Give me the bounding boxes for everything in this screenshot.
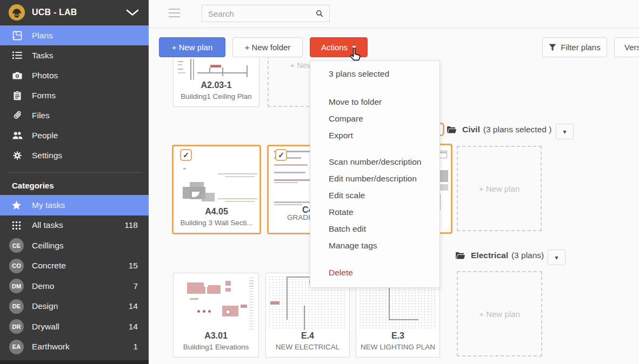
project-title: UCB - LAB <box>32 8 126 17</box>
category-count: 14 <box>129 301 149 311</box>
category-label: Design <box>32 301 58 311</box>
category-concrete[interactable]: CO Concrete 15 <box>0 256 149 277</box>
plan-description: Building 3 Wall Secti... <box>174 217 259 233</box>
plan-description: Building1 Ceiling Plan <box>174 91 259 106</box>
project-logo <box>9 4 25 21</box>
sidebar-item-label: Plans <box>32 31 53 41</box>
category-demo[interactable]: DM Demo 7 <box>0 276 149 296</box>
category-label: My tasks <box>32 200 65 210</box>
category-initials-badge: DR <box>9 319 24 334</box>
sidebar-item-files[interactable]: Files <box>0 105 149 125</box>
sidebar-item-tasks[interactable]: Tasks <box>0 45 149 65</box>
toolbar: + New plan + New folder Actions Filter p… <box>149 28 639 57</box>
check-icon: ✓ <box>278 151 284 159</box>
sidebar-item-label: Files <box>32 111 50 120</box>
paperclip-icon <box>11 111 23 120</box>
search-box[interactable] <box>202 5 330 22</box>
caret-down-icon <box>352 46 356 49</box>
folder-icon <box>447 126 456 134</box>
folder-menu-button-civil[interactable]: ▾ <box>556 124 574 139</box>
star-icon <box>9 200 24 210</box>
sidebar-bottom-strip <box>0 360 149 364</box>
worker-logo-icon <box>9 4 25 21</box>
category-earthwork[interactable]: EA Earthwork 1 <box>0 337 149 358</box>
category-label: Concrete <box>32 261 66 271</box>
actions-button-label: Actions <box>321 43 348 52</box>
category-initials-badge: DE <box>9 299 24 314</box>
caret-down-icon: ▾ <box>563 128 566 136</box>
caret-down-icon: ▾ <box>555 254 558 261</box>
sidebar-item-people[interactable]: People <box>0 125 149 145</box>
people-icon <box>11 131 23 139</box>
sidebar-item-forms[interactable]: Forms <box>0 85 149 105</box>
plan-card-a405[interactable]: ✓ A4.05 Building 3 Wall Secti... <box>172 145 261 234</box>
selected-checkbox[interactable]: ✓ <box>275 149 287 161</box>
versions-button-label: Versions <box>624 43 639 52</box>
category-design[interactable]: DE Design 14 <box>0 296 149 317</box>
category-count: 15 <box>129 261 149 271</box>
new-plan-placeholder-civil[interactable]: + New plan <box>457 146 542 231</box>
sidebar-item-label: People <box>32 131 58 140</box>
sidebar-item-label: Photos <box>32 71 58 80</box>
sidebar-item-label: Tasks <box>32 51 54 60</box>
plan-number: A3.01 <box>174 331 258 341</box>
category-ceillings[interactable]: CE Ceillings <box>0 235 149 256</box>
plan-number: E.4 <box>266 331 349 341</box>
filter-plans-button[interactable]: Filter plans <box>542 37 607 57</box>
clipboard-icon <box>11 91 23 100</box>
sidebar-item-label: Forms <box>32 91 56 100</box>
actions-button[interactable]: Actions <box>310 37 368 57</box>
sidebar-item-plans[interactable]: Plans <box>0 25 149 45</box>
category-initials-badge: CO <box>9 259 24 273</box>
chevron-down-icon <box>126 9 139 16</box>
category-initials-badge: CE <box>9 238 24 253</box>
sidebar-item-label: Settings <box>32 151 62 160</box>
menu-item-edit-number-description[interactable]: Edit number/description <box>310 170 440 187</box>
category-all-tasks[interactable]: All tasks 118 <box>0 215 149 236</box>
search-input[interactable] <box>208 9 316 18</box>
plan-number: A4.05 <box>174 206 259 217</box>
app-window: UCB - LAB Plans Tasks Photos <box>0 0 639 364</box>
plan-thumbnail <box>174 273 258 331</box>
hamburger-menu-icon[interactable] <box>169 9 180 20</box>
new-plan-placeholder-electrical[interactable]: + New plan <box>457 271 542 356</box>
folder-name: Electrical <box>471 251 508 260</box>
folder-header-electrical[interactable]: Electrical (3 plans) <box>455 251 544 260</box>
menu-item-compare[interactable]: Compare <box>310 110 440 127</box>
selected-checkbox[interactable]: ✓ <box>180 149 192 161</box>
camera-icon <box>11 71 23 79</box>
category-my-tasks[interactable]: My tasks <box>0 195 149 215</box>
menu-item-export[interactable]: Export <box>310 127 440 144</box>
new-folder-button[interactable]: + New folder <box>232 37 303 57</box>
category-label: Demo <box>32 281 54 291</box>
plan-description: NEW ELECTRICAL <box>266 341 349 357</box>
category-label: Ceillings <box>32 241 64 251</box>
menu-item-rotate[interactable]: Rotate <box>310 204 440 220</box>
menu-item-manage-tags[interactable]: Manage tags <box>310 237 440 254</box>
category-drywall[interactable]: DR Drywall 14 <box>0 316 149 337</box>
search-icon[interactable] <box>316 9 323 18</box>
project-switcher[interactable]: UCB - LAB <box>0 0 149 25</box>
folder-header-civil[interactable]: Civil (3 plans selected ) <box>447 125 551 134</box>
plan-description: Building1 Elevations <box>174 341 258 357</box>
menu-item-delete[interactable]: Delete <box>310 264 440 281</box>
category-count: 7 <box>133 281 149 291</box>
plan-card-a301[interactable]: A3.01 Building1 Elevations <box>173 273 259 358</box>
sidebar-item-photos[interactable]: Photos <box>0 65 149 85</box>
menu-item-scan-number-description[interactable]: Scan number/description <box>310 153 440 170</box>
category-count: 14 <box>129 322 149 332</box>
versions-button[interactable]: Versions <box>614 37 639 57</box>
sidebar-item-settings[interactable]: Settings <box>0 145 149 165</box>
folder-menu-button-electrical[interactable]: ▾ <box>548 250 565 265</box>
grid-icon <box>9 221 24 230</box>
plan-number: A2.03-1 <box>174 80 259 91</box>
funnel-icon <box>549 44 556 51</box>
folder-meta: (3 plans) <box>511 251 544 260</box>
main-content: A2.03-1 Building1 Ceiling Plan + New pla… <box>149 0 639 364</box>
folder-icon <box>455 252 465 260</box>
new-plan-button[interactable]: + New plan <box>159 37 225 57</box>
menu-item-move-to-folder[interactable]: Move to folder <box>310 93 440 110</box>
menu-item-batch-edit[interactable]: Batch edit <box>310 220 440 237</box>
check-icon: ✓ <box>183 151 189 159</box>
menu-item-edit-scale[interactable]: Edit scale <box>310 187 440 204</box>
